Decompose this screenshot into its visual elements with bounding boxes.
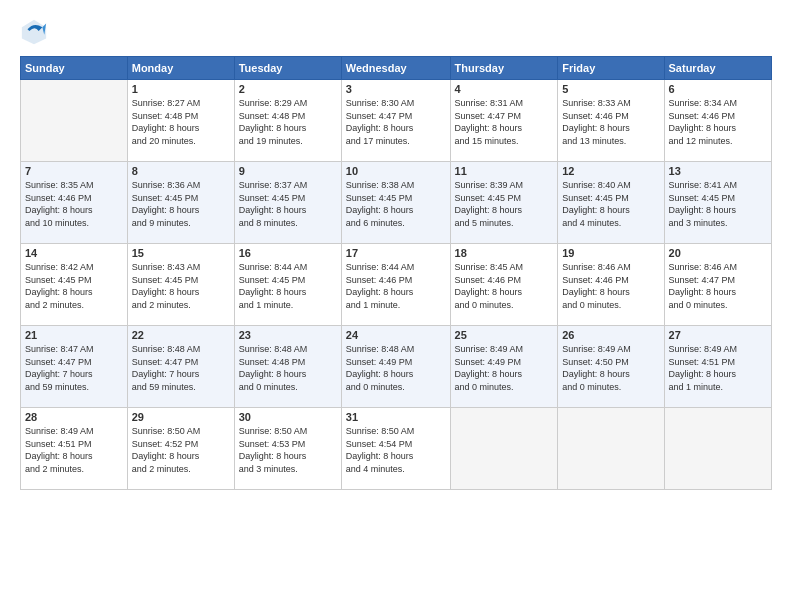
day-number: 4	[455, 83, 554, 95]
day-number: 30	[239, 411, 337, 423]
day-cell: 6Sunrise: 8:34 AM Sunset: 4:46 PM Daylig…	[664, 80, 771, 162]
day-number: 16	[239, 247, 337, 259]
day-info: Sunrise: 8:35 AM Sunset: 4:46 PM Dayligh…	[25, 179, 123, 229]
logo	[20, 18, 52, 46]
col-header-tuesday: Tuesday	[234, 57, 341, 80]
day-number: 26	[562, 329, 659, 341]
day-info: Sunrise: 8:49 AM Sunset: 4:49 PM Dayligh…	[455, 343, 554, 393]
day-cell	[21, 80, 128, 162]
col-header-wednesday: Wednesday	[341, 57, 450, 80]
day-info: Sunrise: 8:49 AM Sunset: 4:51 PM Dayligh…	[25, 425, 123, 475]
day-cell: 5Sunrise: 8:33 AM Sunset: 4:46 PM Daylig…	[558, 80, 664, 162]
day-cell: 16Sunrise: 8:44 AM Sunset: 4:45 PM Dayli…	[234, 244, 341, 326]
day-number: 12	[562, 165, 659, 177]
day-info: Sunrise: 8:29 AM Sunset: 4:48 PM Dayligh…	[239, 97, 337, 147]
day-info: Sunrise: 8:31 AM Sunset: 4:47 PM Dayligh…	[455, 97, 554, 147]
day-cell: 29Sunrise: 8:50 AM Sunset: 4:52 PM Dayli…	[127, 408, 234, 490]
col-header-saturday: Saturday	[664, 57, 771, 80]
day-number: 7	[25, 165, 123, 177]
day-info: Sunrise: 8:46 AM Sunset: 4:46 PM Dayligh…	[562, 261, 659, 311]
day-info: Sunrise: 8:44 AM Sunset: 4:45 PM Dayligh…	[239, 261, 337, 311]
week-row-4: 21Sunrise: 8:47 AM Sunset: 4:47 PM Dayli…	[21, 326, 772, 408]
day-number: 29	[132, 411, 230, 423]
day-number: 21	[25, 329, 123, 341]
week-row-1: 1Sunrise: 8:27 AM Sunset: 4:48 PM Daylig…	[21, 80, 772, 162]
day-number: 15	[132, 247, 230, 259]
day-cell: 30Sunrise: 8:50 AM Sunset: 4:53 PM Dayli…	[234, 408, 341, 490]
day-cell: 1Sunrise: 8:27 AM Sunset: 4:48 PM Daylig…	[127, 80, 234, 162]
header-row: SundayMondayTuesdayWednesdayThursdayFrid…	[21, 57, 772, 80]
day-cell: 15Sunrise: 8:43 AM Sunset: 4:45 PM Dayli…	[127, 244, 234, 326]
col-header-monday: Monday	[127, 57, 234, 80]
day-cell: 21Sunrise: 8:47 AM Sunset: 4:47 PM Dayli…	[21, 326, 128, 408]
day-number: 3	[346, 83, 446, 95]
day-info: Sunrise: 8:48 AM Sunset: 4:48 PM Dayligh…	[239, 343, 337, 393]
day-cell: 31Sunrise: 8:50 AM Sunset: 4:54 PM Dayli…	[341, 408, 450, 490]
week-row-5: 28Sunrise: 8:49 AM Sunset: 4:51 PM Dayli…	[21, 408, 772, 490]
day-info: Sunrise: 8:27 AM Sunset: 4:48 PM Dayligh…	[132, 97, 230, 147]
day-cell: 25Sunrise: 8:49 AM Sunset: 4:49 PM Dayli…	[450, 326, 558, 408]
day-number: 6	[669, 83, 767, 95]
day-number: 8	[132, 165, 230, 177]
day-info: Sunrise: 8:46 AM Sunset: 4:47 PM Dayligh…	[669, 261, 767, 311]
col-header-thursday: Thursday	[450, 57, 558, 80]
day-cell: 7Sunrise: 8:35 AM Sunset: 4:46 PM Daylig…	[21, 162, 128, 244]
logo-icon	[20, 18, 48, 46]
day-info: Sunrise: 8:49 AM Sunset: 4:50 PM Dayligh…	[562, 343, 659, 393]
day-info: Sunrise: 8:42 AM Sunset: 4:45 PM Dayligh…	[25, 261, 123, 311]
col-header-friday: Friday	[558, 57, 664, 80]
day-cell: 27Sunrise: 8:49 AM Sunset: 4:51 PM Dayli…	[664, 326, 771, 408]
day-info: Sunrise: 8:39 AM Sunset: 4:45 PM Dayligh…	[455, 179, 554, 229]
day-cell	[664, 408, 771, 490]
day-number: 31	[346, 411, 446, 423]
day-info: Sunrise: 8:50 AM Sunset: 4:53 PM Dayligh…	[239, 425, 337, 475]
day-cell: 24Sunrise: 8:48 AM Sunset: 4:49 PM Dayli…	[341, 326, 450, 408]
day-cell: 19Sunrise: 8:46 AM Sunset: 4:46 PM Dayli…	[558, 244, 664, 326]
day-cell: 9Sunrise: 8:37 AM Sunset: 4:45 PM Daylig…	[234, 162, 341, 244]
day-number: 22	[132, 329, 230, 341]
day-info: Sunrise: 8:36 AM Sunset: 4:45 PM Dayligh…	[132, 179, 230, 229]
day-number: 23	[239, 329, 337, 341]
day-cell: 22Sunrise: 8:48 AM Sunset: 4:47 PM Dayli…	[127, 326, 234, 408]
day-info: Sunrise: 8:49 AM Sunset: 4:51 PM Dayligh…	[669, 343, 767, 393]
day-cell: 23Sunrise: 8:48 AM Sunset: 4:48 PM Dayli…	[234, 326, 341, 408]
day-info: Sunrise: 8:30 AM Sunset: 4:47 PM Dayligh…	[346, 97, 446, 147]
day-number: 24	[346, 329, 446, 341]
day-number: 19	[562, 247, 659, 259]
day-number: 25	[455, 329, 554, 341]
calendar-page: SundayMondayTuesdayWednesdayThursdayFrid…	[0, 0, 792, 612]
day-cell: 4Sunrise: 8:31 AM Sunset: 4:47 PM Daylig…	[450, 80, 558, 162]
day-cell: 14Sunrise: 8:42 AM Sunset: 4:45 PM Dayli…	[21, 244, 128, 326]
day-info: Sunrise: 8:50 AM Sunset: 4:54 PM Dayligh…	[346, 425, 446, 475]
day-cell: 26Sunrise: 8:49 AM Sunset: 4:50 PM Dayli…	[558, 326, 664, 408]
day-cell: 11Sunrise: 8:39 AM Sunset: 4:45 PM Dayli…	[450, 162, 558, 244]
header	[20, 18, 772, 46]
day-cell	[558, 408, 664, 490]
day-number: 2	[239, 83, 337, 95]
day-number: 11	[455, 165, 554, 177]
day-number: 13	[669, 165, 767, 177]
day-info: Sunrise: 8:40 AM Sunset: 4:45 PM Dayligh…	[562, 179, 659, 229]
day-info: Sunrise: 8:47 AM Sunset: 4:47 PM Dayligh…	[25, 343, 123, 393]
day-cell: 3Sunrise: 8:30 AM Sunset: 4:47 PM Daylig…	[341, 80, 450, 162]
svg-marker-0	[22, 20, 46, 44]
col-header-sunday: Sunday	[21, 57, 128, 80]
day-number: 1	[132, 83, 230, 95]
calendar-table: SundayMondayTuesdayWednesdayThursdayFrid…	[20, 56, 772, 490]
day-cell: 18Sunrise: 8:45 AM Sunset: 4:46 PM Dayli…	[450, 244, 558, 326]
day-number: 20	[669, 247, 767, 259]
day-info: Sunrise: 8:37 AM Sunset: 4:45 PM Dayligh…	[239, 179, 337, 229]
day-cell: 20Sunrise: 8:46 AM Sunset: 4:47 PM Dayli…	[664, 244, 771, 326]
week-row-2: 7Sunrise: 8:35 AM Sunset: 4:46 PM Daylig…	[21, 162, 772, 244]
day-info: Sunrise: 8:48 AM Sunset: 4:49 PM Dayligh…	[346, 343, 446, 393]
week-row-3: 14Sunrise: 8:42 AM Sunset: 4:45 PM Dayli…	[21, 244, 772, 326]
day-number: 27	[669, 329, 767, 341]
day-cell: 2Sunrise: 8:29 AM Sunset: 4:48 PM Daylig…	[234, 80, 341, 162]
day-number: 10	[346, 165, 446, 177]
day-info: Sunrise: 8:50 AM Sunset: 4:52 PM Dayligh…	[132, 425, 230, 475]
day-cell: 28Sunrise: 8:49 AM Sunset: 4:51 PM Dayli…	[21, 408, 128, 490]
day-cell: 10Sunrise: 8:38 AM Sunset: 4:45 PM Dayli…	[341, 162, 450, 244]
day-info: Sunrise: 8:38 AM Sunset: 4:45 PM Dayligh…	[346, 179, 446, 229]
day-info: Sunrise: 8:44 AM Sunset: 4:46 PM Dayligh…	[346, 261, 446, 311]
day-number: 9	[239, 165, 337, 177]
